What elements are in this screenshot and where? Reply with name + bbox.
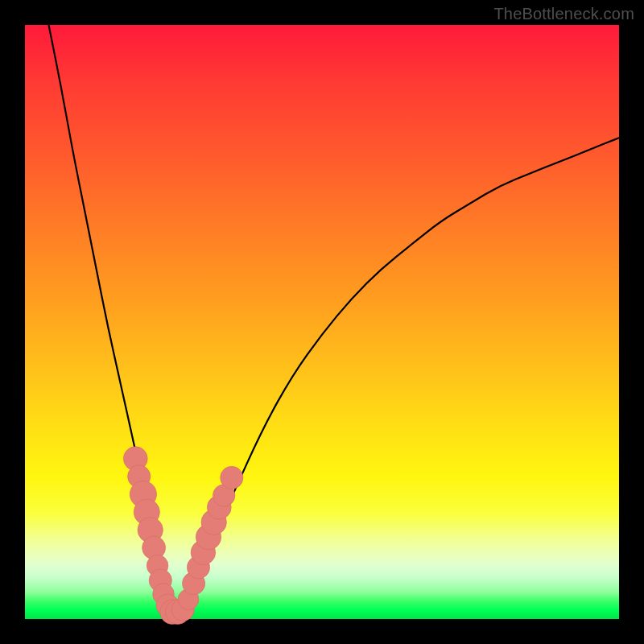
curve-markers (123, 447, 243, 625)
plot-area (25, 25, 619, 619)
curve-marker (221, 466, 243, 489)
outer-frame: TheBottleneck.com (0, 0, 644, 644)
watermark-text: TheBottleneck.com (493, 5, 634, 23)
chart-svg (25, 25, 619, 619)
bottleneck-curve (49, 25, 620, 613)
